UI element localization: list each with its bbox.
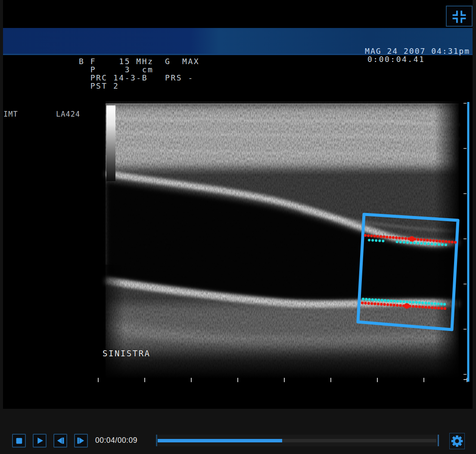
scan-parameters: B F 15 MHz G MAX P 3 cm PRC 14-3-B PRS -… (79, 57, 199, 90)
settings-button[interactable] (449, 433, 465, 449)
datetime-text: MAG 24 2007 04:31pm (365, 46, 470, 56)
ultrasound-image (95, 101, 473, 384)
play-button[interactable] (33, 434, 47, 448)
ultrasound-texture (106, 101, 459, 379)
time-display: 00:04/00:09 (95, 436, 137, 445)
fullscreen-button[interactable] (446, 6, 473, 27)
seek-start-cap (156, 435, 157, 446)
step-backward-button[interactable] (53, 434, 67, 448)
stop-icon (13, 435, 25, 447)
side-label: SINISTRA (103, 349, 151, 358)
player-window: MAG 24 2007 04:31pm 0:00:04.41 B F 15 MH… (0, 0, 476, 454)
seek-track[interactable] (158, 439, 436, 442)
seek-fill (158, 439, 282, 442)
elapsed-timestamp: 0:00:04.41 (367, 55, 425, 64)
stop-button[interactable] (12, 434, 26, 448)
compress-icon (448, 8, 471, 26)
seek-end-cap (438, 435, 439, 446)
machine-header-bar: MAG 24 2007 04:31pm (3, 28, 473, 55)
probe-label: LA424 (56, 110, 80, 118)
play-icon (34, 435, 46, 447)
video-frame: MAG 24 2007 04:31pm 0:00:04.41 B F 15 MH… (3, 0, 473, 409)
grayscale-reference-bar (106, 105, 115, 181)
step-backward-icon (54, 435, 66, 447)
seek-bar[interactable] (156, 435, 439, 446)
gear-icon (450, 434, 464, 448)
step-forward-button[interactable] (74, 434, 88, 448)
mode-label: IMT (3, 110, 18, 118)
playback-controls-bar: 00:04/00:09 (0, 409, 476, 454)
step-forward-icon (75, 435, 87, 447)
